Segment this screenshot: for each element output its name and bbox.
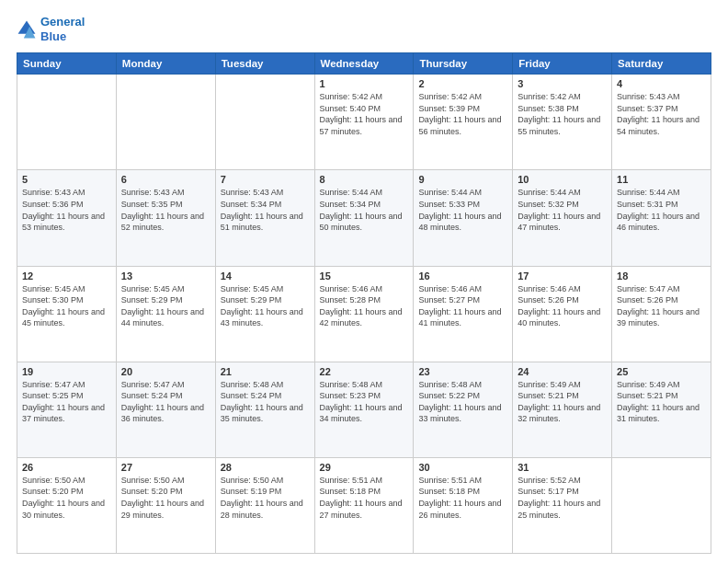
day-number: 8: [320, 174, 409, 185]
weekday-header-tuesday: Tuesday: [215, 53, 314, 75]
calendar-cell: 22Sunrise: 5:48 AM Sunset: 5:23 PM Dayli…: [314, 362, 414, 457]
day-info: Sunrise: 5:45 AM Sunset: 5:29 PM Dayligh…: [221, 283, 310, 329]
logo-icon: [17, 19, 37, 40]
day-info: Sunrise: 5:47 AM Sunset: 5:26 PM Dayligh…: [617, 283, 706, 329]
calendar-cell: 6Sunrise: 5:43 AM Sunset: 5:35 PM Daylig…: [116, 170, 215, 266]
day-info: Sunrise: 5:45 AM Sunset: 5:29 PM Dayligh…: [121, 283, 210, 329]
calendar-cell: 5Sunrise: 5:43 AM Sunset: 5:36 PM Daylig…: [17, 170, 117, 266]
day-number: 4: [617, 78, 706, 89]
week-row-3: 12Sunrise: 5:45 AM Sunset: 5:30 PM Dayli…: [17, 266, 711, 362]
calendar-cell: 25Sunrise: 5:49 AM Sunset: 5:21 PM Dayli…: [612, 362, 711, 457]
day-number: 13: [121, 270, 210, 282]
week-row-2: 5Sunrise: 5:43 AM Sunset: 5:36 PM Daylig…: [17, 170, 711, 266]
day-info: Sunrise: 5:45 AM Sunset: 5:30 PM Dayligh…: [22, 283, 111, 329]
day-info: Sunrise: 5:43 AM Sunset: 5:34 PM Dayligh…: [221, 187, 310, 233]
calendar-cell: 23Sunrise: 5:48 AM Sunset: 5:22 PM Dayli…: [414, 362, 513, 457]
day-info: Sunrise: 5:48 AM Sunset: 5:24 PM Dayligh…: [221, 379, 310, 425]
weekday-header-wednesday: Wednesday: [314, 53, 414, 75]
day-info: Sunrise: 5:48 AM Sunset: 5:23 PM Dayligh…: [320, 379, 409, 425]
calendar-cell: 30Sunrise: 5:51 AM Sunset: 5:18 PM Dayli…: [414, 457, 513, 553]
calendar-cell: 21Sunrise: 5:48 AM Sunset: 5:24 PM Dayli…: [215, 362, 314, 457]
day-number: 10: [518, 174, 607, 185]
weekday-header-friday: Friday: [513, 53, 612, 75]
day-number: 9: [418, 174, 507, 185]
day-info: Sunrise: 5:49 AM Sunset: 5:21 PM Dayligh…: [617, 379, 706, 425]
calendar-cell: 1Sunrise: 5:42 AM Sunset: 5:40 PM Daylig…: [314, 75, 414, 170]
weekday-header-thursday: Thursday: [414, 53, 513, 75]
day-number: 29: [320, 462, 409, 473]
day-info: Sunrise: 5:51 AM Sunset: 5:18 PM Dayligh…: [320, 475, 409, 521]
calendar-cell: 20Sunrise: 5:47 AM Sunset: 5:24 PM Dayli…: [116, 362, 215, 457]
day-number: 16: [418, 270, 507, 282]
day-number: 1: [320, 78, 409, 89]
day-number: 28: [221, 462, 310, 473]
calendar-cell: 4Sunrise: 5:43 AM Sunset: 5:37 PM Daylig…: [612, 75, 711, 170]
day-info: Sunrise: 5:47 AM Sunset: 5:25 PM Dayligh…: [22, 379, 111, 425]
week-row-1: 1Sunrise: 5:42 AM Sunset: 5:40 PM Daylig…: [17, 75, 711, 170]
calendar-cell: 26Sunrise: 5:50 AM Sunset: 5:20 PM Dayli…: [17, 457, 117, 553]
day-info: Sunrise: 5:44 AM Sunset: 5:34 PM Dayligh…: [320, 187, 409, 233]
day-info: Sunrise: 5:51 AM Sunset: 5:18 PM Dayligh…: [418, 475, 507, 521]
day-info: Sunrise: 5:44 AM Sunset: 5:33 PM Dayligh…: [418, 187, 507, 233]
day-number: 18: [617, 270, 706, 282]
page-container: General Blue SundayMondayTuesdayWednesda…: [0, 0, 728, 563]
calendar-cell: 19Sunrise: 5:47 AM Sunset: 5:25 PM Dayli…: [17, 362, 117, 457]
day-info: Sunrise: 5:50 AM Sunset: 5:19 PM Dayligh…: [221, 475, 310, 521]
calendar-cell: [612, 457, 711, 553]
day-number: 20: [121, 366, 210, 377]
day-number: 31: [518, 462, 607, 473]
day-number: 15: [320, 270, 409, 282]
day-info: Sunrise: 5:43 AM Sunset: 5:36 PM Dayligh…: [22, 187, 111, 233]
day-number: 24: [518, 366, 607, 377]
calendar-cell: 24Sunrise: 5:49 AM Sunset: 5:21 PM Dayli…: [513, 362, 612, 457]
day-info: Sunrise: 5:48 AM Sunset: 5:22 PM Dayligh…: [418, 379, 507, 425]
calendar-cell: 13Sunrise: 5:45 AM Sunset: 5:29 PM Dayli…: [116, 266, 215, 362]
calendar-cell: 10Sunrise: 5:44 AM Sunset: 5:32 PM Dayli…: [513, 170, 612, 266]
day-info: Sunrise: 5:46 AM Sunset: 5:26 PM Dayligh…: [518, 283, 607, 329]
logo-text: General Blue: [40, 15, 85, 43]
calendar-cell: 18Sunrise: 5:47 AM Sunset: 5:26 PM Dayli…: [612, 266, 711, 362]
day-number: 26: [22, 462, 111, 473]
calendar-cell: 16Sunrise: 5:46 AM Sunset: 5:27 PM Dayli…: [414, 266, 513, 362]
day-number: 6: [121, 174, 210, 185]
day-info: Sunrise: 5:47 AM Sunset: 5:24 PM Dayligh…: [121, 379, 210, 425]
calendar-cell: 17Sunrise: 5:46 AM Sunset: 5:26 PM Dayli…: [513, 266, 612, 362]
calendar-cell: 7Sunrise: 5:43 AM Sunset: 5:34 PM Daylig…: [215, 170, 314, 266]
calendar-table: SundayMondayTuesdayWednesdayThursdayFrid…: [17, 52, 711, 554]
day-info: Sunrise: 5:43 AM Sunset: 5:35 PM Dayligh…: [121, 187, 210, 233]
day-number: 3: [518, 78, 607, 89]
week-row-4: 19Sunrise: 5:47 AM Sunset: 5:25 PM Dayli…: [17, 362, 711, 457]
svg-marker-0: [18, 20, 36, 33]
header: General Blue: [17, 15, 711, 43]
calendar-cell: 12Sunrise: 5:45 AM Sunset: 5:30 PM Dayli…: [17, 266, 117, 362]
calendar-cell: 27Sunrise: 5:50 AM Sunset: 5:20 PM Dayli…: [116, 457, 215, 553]
calendar-cell: 3Sunrise: 5:42 AM Sunset: 5:38 PM Daylig…: [513, 75, 612, 170]
day-number: 12: [22, 270, 111, 282]
day-number: 5: [22, 174, 111, 185]
day-info: Sunrise: 5:42 AM Sunset: 5:38 PM Dayligh…: [518, 91, 607, 137]
day-number: 2: [418, 78, 507, 89]
day-info: Sunrise: 5:42 AM Sunset: 5:40 PM Dayligh…: [320, 91, 409, 137]
day-number: 27: [121, 462, 210, 473]
calendar-cell: 15Sunrise: 5:46 AM Sunset: 5:28 PM Dayli…: [314, 266, 414, 362]
calendar-cell: 31Sunrise: 5:52 AM Sunset: 5:17 PM Dayli…: [513, 457, 612, 553]
day-number: 30: [418, 462, 507, 473]
calendar-cell: 28Sunrise: 5:50 AM Sunset: 5:19 PM Dayli…: [215, 457, 314, 553]
day-number: 14: [221, 270, 310, 282]
day-info: Sunrise: 5:42 AM Sunset: 5:39 PM Dayligh…: [418, 91, 507, 137]
calendar-cell: 9Sunrise: 5:44 AM Sunset: 5:33 PM Daylig…: [414, 170, 513, 266]
calendar-cell: [116, 75, 215, 170]
day-info: Sunrise: 5:46 AM Sunset: 5:27 PM Dayligh…: [418, 283, 507, 329]
day-number: 17: [518, 270, 607, 282]
day-number: 22: [320, 366, 409, 377]
day-number: 25: [617, 366, 706, 377]
day-info: Sunrise: 5:50 AM Sunset: 5:20 PM Dayligh…: [22, 475, 111, 521]
week-row-5: 26Sunrise: 5:50 AM Sunset: 5:20 PM Dayli…: [17, 457, 711, 553]
day-number: 7: [221, 174, 310, 185]
calendar-cell: 14Sunrise: 5:45 AM Sunset: 5:29 PM Dayli…: [215, 266, 314, 362]
calendar-cell: [215, 75, 314, 170]
day-number: 11: [617, 174, 706, 185]
day-info: Sunrise: 5:44 AM Sunset: 5:32 PM Dayligh…: [518, 187, 607, 233]
day-number: 21: [221, 366, 310, 377]
day-info: Sunrise: 5:49 AM Sunset: 5:21 PM Dayligh…: [518, 379, 607, 425]
